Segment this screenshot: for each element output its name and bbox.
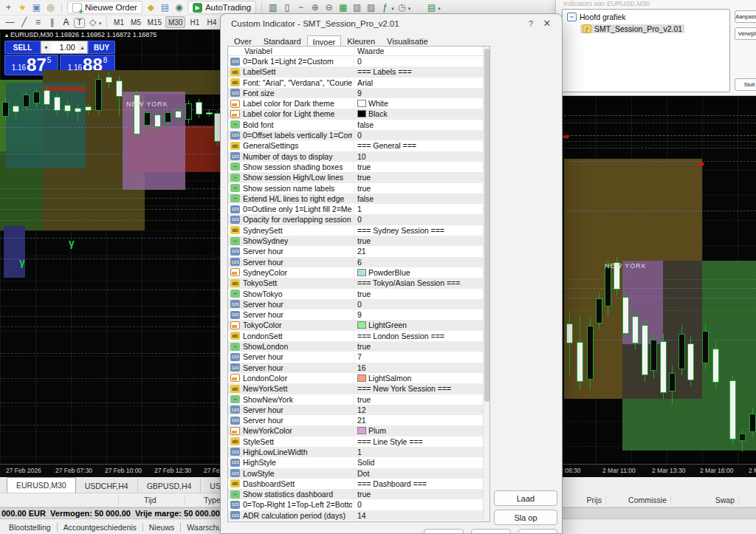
parameter-value[interactable]: true (357, 184, 481, 193)
parameter-value[interactable]: true (357, 162, 481, 171)
channels-icon[interactable]: ∥ (46, 16, 58, 28)
label-icon[interactable]: T (74, 18, 85, 28)
parameter-value[interactable]: === New York Session === (357, 384, 481, 393)
delete-indicator-button[interactable]: Verwijder (735, 27, 756, 40)
parameter-row[interactable]: 123Server hour7 (228, 352, 484, 362)
parameter-value[interactable]: === Sydney Session === (357, 226, 481, 235)
parameter-value[interactable]: true (357, 290, 481, 298)
chart-tab-eurusd[interactable]: EURUSD,M30 (7, 477, 76, 493)
close-icon[interactable]: ✕ (541, 18, 553, 30)
parameter-row[interactable]: ~ShowNewYorktrue (228, 394, 484, 405)
parameter-value[interactable]: 0 (357, 215, 481, 224)
parameter-value[interactable]: 1 (357, 448, 481, 456)
zoom-in-icon[interactable]: ⊕ (309, 1, 321, 13)
parameter-row[interactable]: abDashboardSett=== Dashboard === (228, 479, 484, 489)
parameter-row[interactable]: Label color for Light themeBlack (228, 109, 484, 119)
parameter-row[interactable]: NewYorkColorPlum (228, 425, 484, 436)
shapes-icon-dropdown[interactable]: ▾ (99, 21, 102, 26)
parameter-row[interactable]: 123LowStyleDot (228, 468, 484, 479)
profiles-icon-dropdown[interactable]: ▾ (438, 6, 441, 11)
parameter-value[interactable]: 1 (357, 205, 481, 213)
close-window-button[interactable]: Sluit (735, 78, 756, 91)
table-scrollbar[interactable] (483, 47, 489, 521)
parameter-value[interactable]: 6 (357, 258, 481, 267)
parameter-value[interactable]: 14 (357, 511, 481, 520)
edit-indicator-button[interactable]: Aanpassen (735, 10, 756, 23)
profiles-icon[interactable]: ▤ (425, 1, 438, 13)
parameter-row[interactable]: ~Show session shading boxestrue (228, 162, 484, 172)
parameter-row[interactable]: LondonColorLightSalmon (228, 373, 484, 383)
parameter-row[interactable]: 123Server hour21 (228, 415, 484, 425)
parameter-row[interactable]: abLabelSett=== Labels === (228, 66, 484, 77)
terminal-tab-accountgeschiedenis[interactable]: Accountgeschiedenis (58, 523, 142, 532)
timeframe-h1[interactable]: H1 (187, 16, 202, 28)
dialog-titlebar[interactable]: Custom Indicator - SMT_Session_Pro_v2.01… (221, 14, 562, 33)
column-header-type[interactable]: Type (204, 496, 221, 504)
load-button[interactable]: Laad (494, 490, 557, 506)
parameter-row[interactable]: ~Show session High/Low linestrue (228, 172, 484, 182)
fibonacci-icon[interactable]: ≡ (32, 16, 44, 28)
chart-expand-icon[interactable]: ▴ (5, 32, 8, 38)
periods-icon[interactable]: ◷ (396, 1, 408, 13)
shapes-icon[interactable]: ◇ (86, 16, 99, 28)
parameter-value[interactable]: === General === (357, 141, 481, 150)
parameter-row[interactable]: 123Server hour16 (228, 363, 484, 373)
text-icon[interactable]: A (60, 16, 72, 28)
parameter-value[interactable]: Solid (357, 458, 481, 467)
parameter-row[interactable]: abTokyoSett=== Tokyo/Asian Session === (228, 278, 484, 288)
community-icon[interactable]: ◉ (173, 1, 185, 13)
parameter-value[interactable]: true (357, 173, 481, 182)
parameter-row[interactable]: 123Server hour0 (228, 299, 484, 309)
chart-tab-gbpusd[interactable]: GBPUSD,H4 (138, 479, 202, 493)
parameter-value[interactable]: LightSalmon (357, 374, 481, 383)
parameter-value[interactable]: true (357, 236, 481, 245)
cancel-button[interactable]: Annuleer (471, 529, 511, 534)
volume-up-button[interactable]: ▲ (78, 41, 87, 53)
parameter-value[interactable]: 12 (357, 405, 481, 414)
publish-chart-icon[interactable]: ▤ (159, 1, 171, 13)
parameter-row[interactable]: ~ShowTokyotrue (228, 289, 484, 299)
parameter-row[interactable]: 1230=Offset labels vertically 1=Combine … (228, 130, 484, 140)
parameter-value[interactable]: 10 (357, 152, 481, 161)
chart-secondary[interactable]: ◆◆◆◆NEW YORK (560, 95, 756, 464)
reset-button[interactable]: Reset (518, 529, 557, 534)
timeframe-m30[interactable]: M30 (165, 16, 185, 28)
parameter-value[interactable]: 9 (357, 89, 481, 97)
parameter-value[interactable]: true (357, 395, 481, 404)
parameter-row[interactable]: ~Show session name labelstrue (228, 183, 484, 194)
parameter-value[interactable]: PowderBlue (357, 268, 481, 277)
parameter-value[interactable]: White (357, 99, 481, 108)
periods-icon-dropdown[interactable]: ▾ (408, 6, 411, 11)
save-button[interactable]: Sla op (494, 510, 557, 525)
parameter-row[interactable]: 123Opacity for overlapping session zones… (228, 214, 484, 225)
parameter-row[interactable]: abNewYorkSett=== New York Session === (228, 383, 484, 394)
parameter-row[interactable]: 1230=Dark 1=Light 2=Custom0 (228, 56, 484, 66)
parameter-row[interactable]: 1230=Top-Right 1=Top-Left 2=Bottom-Right… (228, 499, 484, 510)
candlestick-icon[interactable]: ▯ (281, 1, 293, 13)
volume-value[interactable]: 1.00 (51, 41, 78, 53)
parameter-value[interactable]: === Labels === (357, 67, 481, 76)
time-axis-right[interactable]: r 08:302 Mar 11:002 Mar 13:302 Mar 16:00… (560, 464, 756, 477)
sell-button[interactable]: SELL (4, 41, 41, 54)
new-order-button[interactable]: Nieuwe Order (67, 1, 142, 14)
indicators-tree[interactable]: ~ Hoofd grafiek ƒ SMT_Session_Pro_v2.01 (562, 9, 730, 92)
parameter-value[interactable]: 21 (357, 416, 481, 425)
gold-icon[interactable]: ◆ (145, 1, 157, 13)
volume-down-button[interactable]: ▼ (41, 41, 51, 53)
terminal-tab-nieuws[interactable]: Nieuws (143, 523, 180, 532)
parameter-value[interactable]: 7 (357, 352, 481, 361)
parameter-row[interactable]: 123Number of days to display10 (228, 151, 484, 162)
timeframe-m5[interactable]: M5 (128, 16, 144, 28)
parameter-row[interactable]: 123HighStyleSolid (228, 457, 484, 468)
parameter-row[interactable]: 123Server hour12 (228, 405, 484, 415)
parameter-row[interactable]: TokyoColorLightGreen (228, 320, 484, 330)
parameter-value[interactable]: Plum (357, 426, 481, 435)
column-header-commissie[interactable]: Commissie (622, 496, 667, 504)
parameter-value[interactable]: LightGreen (357, 321, 481, 329)
parameter-row[interactable]: 123ADR calculation period (days)14 (228, 510, 484, 521)
parameter-value[interactable]: 9 (357, 310, 481, 319)
parameter-row[interactable]: 1230=Outline only 1=Light fill 2=Medium … (228, 204, 484, 214)
help-icon[interactable]: ? (525, 18, 537, 30)
timeframe-h4[interactable]: H4 (204, 16, 219, 28)
parameter-value[interactable]: false (357, 194, 481, 203)
